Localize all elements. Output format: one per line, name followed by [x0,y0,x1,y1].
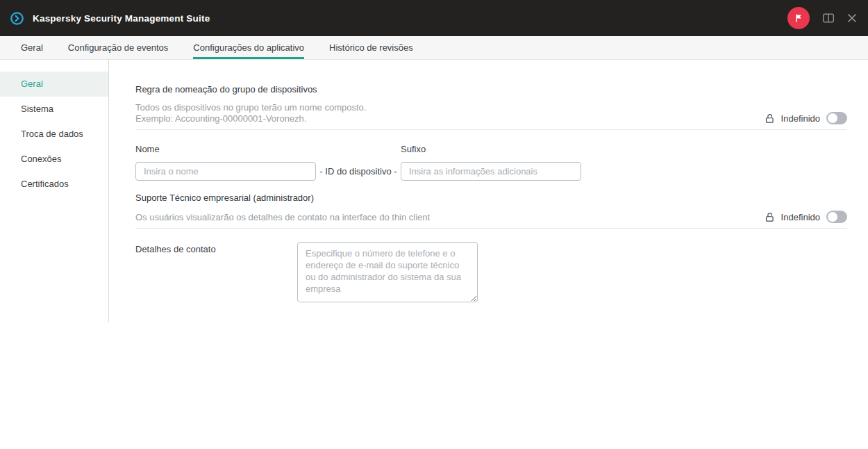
naming-rule-description-line1: Todos os dispositivos no grupo terão um … [135,102,366,113]
naming-rule-title: Regra de nomeação do grupo de dispositiv… [135,84,847,95]
page-body: Geral Sistema Troca de dados Conexões Ce… [0,60,868,449]
naming-rule-toggle[interactable] [826,112,847,124]
suffix-input[interactable] [401,162,581,181]
suffix-field-label: Sufixo [401,144,581,154]
naming-fields-row: Nome - ID do dispositivo - Sufixo [135,144,847,181]
tech-support-lock-row: Indefinido [765,211,847,223]
sidebar-item-troca-de-dados[interactable]: Troca de dados [0,122,109,147]
tech-support-description: Os usuários visualizarão os detalhes de … [135,212,430,223]
titlebar-actions [787,7,857,29]
documentation-icon[interactable] [822,13,835,24]
tech-support-description-row: Os usuários visualizarão os detalhes de … [135,211,847,223]
naming-rule-lock-state: Indefinido [781,113,820,124]
sidebar-item-certificados[interactable]: Certificados [0,172,109,197]
close-icon[interactable] [847,13,857,23]
naming-rule-lock-row: Indefinido [765,112,847,124]
section-divider [135,228,847,229]
toggle-knob [828,212,837,222]
avatar[interactable] [787,7,810,29]
tab-bar: Geral Configuração de eventos Configuraç… [0,36,868,60]
tech-support-unlocked-padlock-icon[interactable] [765,212,775,222]
name-input[interactable] [135,162,316,181]
sidebar: Geral Sistema Troca de dados Conexões Ce… [0,60,109,449]
tech-support-lock-state: Indefinido [781,212,820,222]
tab-historico-de-revisoes[interactable]: Histórico de revisões [329,36,413,59]
section-divider [135,129,847,130]
toggle-knob [828,113,837,123]
flag-icon [793,13,804,24]
suffix-field: Sufixo [401,144,581,181]
name-field-label: Nome [135,144,316,154]
sidebar-item-conexoes[interactable]: Conexões [0,147,109,172]
content: Regra de nomeação do grupo de dispositiv… [109,60,868,449]
sidebar-item-geral[interactable]: Geral [0,72,109,97]
tech-support-toggle[interactable] [826,211,847,223]
contact-details-label: Detalhes de contato [135,242,297,302]
tab-configuracoes-do-aplicativo[interactable]: Configurações do aplicativo [193,36,304,59]
tab-geral[interactable]: Geral [21,36,43,59]
titlebar: Kaspersky Security Management Suite [0,0,868,36]
contact-details-textarea[interactable] [297,242,478,302]
naming-rule-description: Todos os dispositivos no grupo terão um … [135,102,366,124]
naming-rule-description-line2: Exemplo: Accounting-00000001-Voronezh. [135,113,366,124]
sidebar-item-sistema[interactable]: Sistema [0,97,109,122]
tab-configuracao-de-eventos[interactable]: Configuração de eventos [68,36,169,59]
naming-rule-description-row: Todos os dispositivos no grupo terão um … [135,102,847,124]
tech-support-title: Suporte Técnico empresarial (administrad… [135,193,847,203]
contact-details-row: Detalhes de contato [135,242,847,302]
naming-rule-unlocked-padlock-icon[interactable] [765,113,775,124]
app-title: Kaspersky Security Management Suite [33,13,210,24]
device-id-separator: - ID do dispositivo - [316,162,401,181]
kaspersky-logo-icon [10,11,24,26]
name-field: Nome [135,144,316,181]
